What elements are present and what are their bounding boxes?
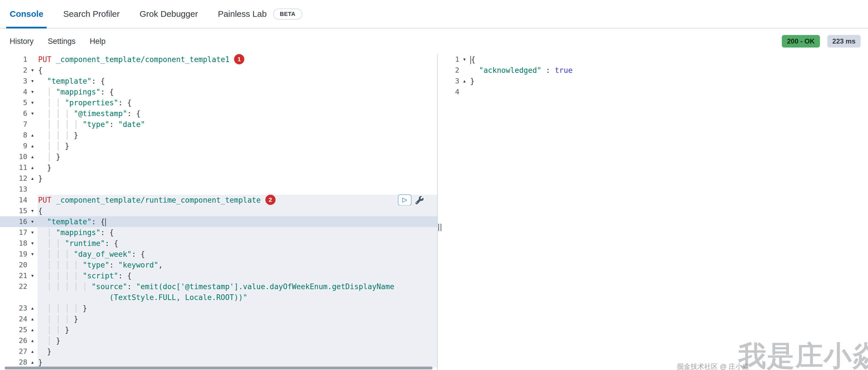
code-text: │ │ } [37, 141, 437, 151]
request-line-14[interactable]: 14PUT _component_template/runtime_compon… [0, 195, 437, 205]
tab-painless-lab[interactable]: Painless Lab BETA [214, 0, 306, 28]
pane-resize-handle[interactable] [438, 224, 441, 231]
request-line-12[interactable]: 12▴} [0, 173, 437, 184]
fold-toggle-icon[interactable]: ▾ [27, 238, 37, 249]
response-status-badge: 200 - OK [782, 35, 820, 48]
play-icon: ▷ [402, 194, 407, 205]
fold-spacer [27, 195, 37, 205]
fold-toggle-icon[interactable]: ▴ [27, 173, 37, 184]
fold-toggle-icon[interactable]: ▾ [27, 65, 37, 76]
gutter: 1▾ [438, 54, 470, 65]
response-line-3[interactable]: 3▴} [438, 76, 868, 87]
line-number: 19 [0, 249, 27, 260]
code-token: : [109, 120, 118, 129]
request-line-18[interactable]: 18▾ │ │ "runtime": { [0, 238, 437, 249]
gutter: 26▴ [0, 335, 37, 346]
line-number: 16 [0, 216, 27, 227]
fold-toggle-icon[interactable]: ▾ [27, 216, 37, 227]
fold-toggle-icon[interactable]: ▾ [459, 54, 470, 65]
response-line-2[interactable]: 2 "acknowledged" : true [438, 65, 868, 76]
request-line-6[interactable]: 6▾ │ │ │ "@timestamp": { [0, 108, 437, 119]
code-text: │ │ │ │ "type": "keyword", [37, 260, 437, 271]
request-line-16[interactable]: 16▾ "template": { [0, 216, 437, 227]
menu-help[interactable]: Help [90, 37, 106, 46]
line-number: 24 [0, 314, 27, 324]
fold-toggle-icon[interactable]: ▾ [27, 205, 37, 216]
request-line-9[interactable]: 9▴ │ │ } [0, 141, 437, 151]
code-token: PUT [38, 196, 56, 204]
fold-toggle-icon[interactable]: ▴ [27, 335, 37, 346]
fold-toggle-icon[interactable]: ▴ [27, 141, 37, 151]
request-line-26[interactable]: 26▴ │ } [0, 335, 437, 346]
request-line-23[interactable]: 23▴ │ │ │ │ } [0, 303, 437, 314]
fold-toggle-icon[interactable]: ▴ [27, 346, 37, 357]
code-token [38, 88, 47, 96]
request-line-17[interactable]: 17▾ │ "mappings": { [0, 227, 437, 238]
request-line-3[interactable]: 3▾ "template": { [0, 76, 437, 87]
code-token: : { [118, 98, 132, 107]
request-line-1[interactable]: 1PUT _component_template/component_templ… [0, 54, 437, 65]
request-line-4[interactable]: 4▾ │ "mappings": { [0, 87, 437, 97]
request-line-5[interactable]: 5▾ │ │ "properties": { [0, 97, 437, 108]
request-line-24[interactable]: 24▴ │ │ │ } [0, 314, 437, 324]
gutter: 14 [0, 195, 37, 205]
response-line-1[interactable]: 1▾{ [438, 54, 868, 65]
fold-toggle-icon[interactable]: ▾ [27, 97, 37, 108]
fold-toggle-icon[interactable]: ▾ [27, 227, 37, 238]
code-text: PUT _component_template/runtime_componen… [37, 195, 437, 205]
code-token [38, 131, 47, 139]
request-line-22[interactable]: 22 │ │ │ │ │ "source": "emit(doc['@times… [0, 281, 437, 292]
fold-toggle-icon[interactable]: ▴ [27, 357, 37, 368]
request-line-21[interactable]: 21▾ │ │ │ │ "script": { [0, 271, 437, 281]
tab-console[interactable]: Console [6, 0, 46, 28]
menu-history[interactable]: History [10, 37, 34, 46]
request-line-2[interactable]: 2▾{ [0, 65, 437, 76]
request-line-27[interactable]: 27▴ } [0, 346, 437, 357]
request-line-25[interactable]: 25▴ │ │ } [0, 324, 437, 335]
request-line-7[interactable]: 7 │ │ │ │ "type": "date" [0, 119, 437, 130]
tab-grok-debugger[interactable]: Grok Debugger [136, 0, 202, 28]
request-line-8[interactable]: 8▴ │ │ │ } [0, 130, 437, 141]
request-line-11[interactable]: 11▴ } [0, 162, 437, 173]
fold-toggle-icon[interactable]: ▾ [27, 87, 37, 97]
send-request-button[interactable]: ▷ [398, 194, 411, 206]
request-line-20[interactable]: 20 │ │ │ │ "type": "keyword", [0, 260, 437, 271]
top-tab-bar: Console Search Profiler Grok Debugger Pa… [0, 0, 868, 28]
fold-toggle-icon[interactable]: ▴ [27, 303, 37, 314]
response-pane[interactable]: 1▾{2 "acknowledged" : true3▴}4 [438, 54, 868, 370]
code-token [38, 250, 47, 258]
request-line-19[interactable]: 19▾ │ │ │ "day_of_week": { [0, 249, 437, 260]
fold-toggle-icon[interactable]: ▾ [27, 271, 37, 281]
menu-settings[interactable]: Settings [48, 37, 76, 46]
request-editor[interactable]: 1PUT _component_template/component_templ… [0, 54, 438, 370]
fold-spacer [27, 281, 37, 292]
line-number: 21 [0, 271, 27, 281]
fold-toggle-icon[interactable]: ▴ [27, 162, 37, 173]
line-number: 5 [0, 97, 27, 108]
request-line-15[interactable]: 15▾{ [0, 205, 437, 216]
fold-toggle-icon[interactable]: ▴ [27, 324, 37, 335]
fold-toggle-icon[interactable]: ▴ [459, 76, 470, 87]
code-token [38, 218, 47, 226]
fold-toggle-icon[interactable]: ▴ [27, 151, 37, 162]
request-line-10[interactable]: 10▴ │ } [0, 151, 437, 162]
response-time-badge: 223 ms [827, 35, 861, 48]
fold-spacer [459, 87, 470, 97]
code-token [38, 272, 47, 280]
fold-toggle-icon[interactable]: ▾ [27, 249, 37, 260]
fold-toggle-icon[interactable]: ▴ [27, 314, 37, 324]
fold-toggle-icon[interactable]: ▾ [27, 108, 37, 119]
fold-toggle-icon[interactable]: ▾ [27, 76, 37, 87]
request-line-28[interactable]: 28▴} [0, 357, 437, 368]
code-token: { [38, 207, 43, 215]
tab-search-profiler[interactable]: Search Profiler [60, 0, 123, 28]
wrench-button[interactable] [415, 196, 424, 204]
code-token [38, 261, 47, 269]
code-text: "acknowledged" : true [470, 65, 868, 76]
code-token: "properties" [65, 98, 118, 107]
request-line-13[interactable]: 13 [0, 184, 437, 195]
response-line-4[interactable]: 4 [438, 87, 868, 97]
horizontal-scrollbar[interactable] [5, 367, 433, 369]
request-line-wrap[interactable]: (TextStyle.FULL, Locale.ROOT))" [0, 292, 437, 303]
fold-toggle-icon[interactable]: ▴ [27, 130, 37, 141]
